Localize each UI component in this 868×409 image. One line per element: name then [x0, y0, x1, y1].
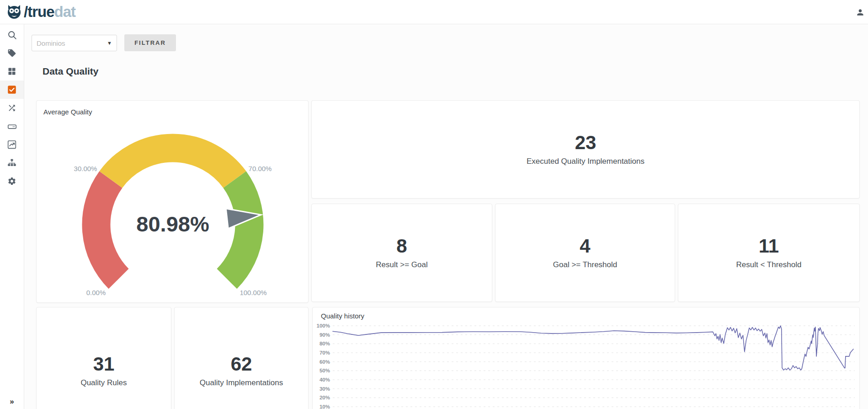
- stat-card-result-lt-threshold: 11 Result < Threshold: [678, 204, 860, 302]
- tag-icon: [7, 48, 16, 58]
- gauge-axis-label: 100.00%: [240, 289, 266, 296]
- stat-label: Goal >= Threshold: [553, 260, 618, 269]
- sitemap-icon: [7, 158, 16, 167]
- sidebar-item-dashboards[interactable]: [0, 135, 24, 154]
- shuffle-icon: [7, 103, 16, 113]
- svg-text:50%: 50%: [320, 368, 330, 373]
- sidebar-item-catalog[interactable]: [0, 62, 24, 81]
- check-square-icon: [7, 85, 16, 94]
- sidebar-item-lineage[interactable]: [0, 99, 24, 117]
- grid-icon: [8, 67, 16, 75]
- sidebar-expand-button[interactable]: »: [0, 397, 24, 406]
- owl-logo-icon: [5, 3, 23, 21]
- stat-card-executed-quality-implementations: 23 Executed Quality Implementations: [311, 100, 860, 199]
- stat-label: Executed Quality Implementations: [527, 157, 644, 166]
- svg-text:60%: 60%: [320, 359, 330, 365]
- svg-text:100%: 100%: [317, 323, 330, 328]
- stat-card-goal-gte-threshold: 4 Goal >= Threshold: [495, 204, 675, 302]
- stat-value: 62: [231, 355, 252, 374]
- svg-text:10%: 10%: [320, 404, 330, 409]
- quality-history-card: Quality history 100%90%80%70%60%50%40%30…: [312, 307, 860, 409]
- sidebar-item-settings[interactable]: [0, 172, 24, 190]
- gauge-axis-label: 30.00%: [74, 165, 97, 172]
- average-quality-card: Average Quality 80.98% 0.00%30.00%70.00%…: [36, 100, 309, 303]
- average-quality-gauge: [37, 101, 309, 303]
- svg-text:70%: 70%: [320, 350, 330, 355]
- sidebar-item-data-sources[interactable]: [0, 117, 24, 135]
- domain-select-placeholder: Dominios: [37, 39, 107, 47]
- search-icon: [7, 30, 17, 40]
- stat-label: Quality Rules: [80, 378, 127, 387]
- truedat-app: /truedat: [0, 0, 868, 409]
- logo-wordmark: /truedat: [24, 3, 75, 21]
- svg-text:90%: 90%: [320, 332, 330, 338]
- top-bar: /truedat: [0, 0, 868, 24]
- stat-value: 31: [93, 355, 115, 374]
- svg-text:30%: 30%: [320, 386, 330, 392]
- chevron-down-icon: ▼: [107, 40, 112, 46]
- sidebar-item-glossary[interactable]: [0, 44, 24, 62]
- page-title: Data Quality: [43, 66, 99, 77]
- stat-card-quality-rules: 31 Quality Rules: [36, 307, 171, 409]
- chart-line-icon: [7, 140, 16, 149]
- svg-text:40%: 40%: [320, 377, 330, 382]
- stat-label: Quality Implementations: [200, 378, 283, 387]
- stat-card-quality-implementations: 62 Quality Implementations: [174, 307, 309, 409]
- sidebar: »: [0, 24, 24, 409]
- gauge-axis-label: 70.00%: [249, 165, 272, 172]
- sidebar-item-quality[interactable]: [0, 81, 24, 99]
- gauge-axis-label: 0.00%: [86, 289, 106, 296]
- gauge-value: 80.98%: [104, 211, 241, 237]
- stat-value: 4: [580, 237, 590, 256]
- sidebar-item-search[interactable]: [0, 26, 24, 44]
- drive-icon: [7, 122, 17, 131]
- domain-select[interactable]: Dominios ▼: [32, 35, 117, 51]
- stat-label: Result >= Goal: [376, 260, 427, 269]
- stat-value: 23: [575, 133, 596, 152]
- svg-text:80%: 80%: [320, 341, 330, 346]
- stat-value: 11: [759, 237, 779, 256]
- user-menu-button[interactable]: [854, 6, 866, 18]
- sidebar-item-structures[interactable]: [0, 154, 24, 172]
- svg-text:20%: 20%: [320, 395, 330, 400]
- user-icon: [856, 8, 865, 17]
- stat-card-result-gte-goal: 8 Result >= Goal: [311, 204, 492, 302]
- quality-history-chart: 100%90%80%70%60%50%40%30%20%10%: [313, 307, 859, 409]
- gear-icon: [7, 177, 16, 186]
- stat-label: Result < Threshold: [736, 260, 802, 269]
- filter-button[interactable]: FILTRAR: [124, 34, 176, 51]
- truedat-logo[interactable]: /truedat: [5, 3, 75, 21]
- stat-value: 8: [396, 237, 407, 256]
